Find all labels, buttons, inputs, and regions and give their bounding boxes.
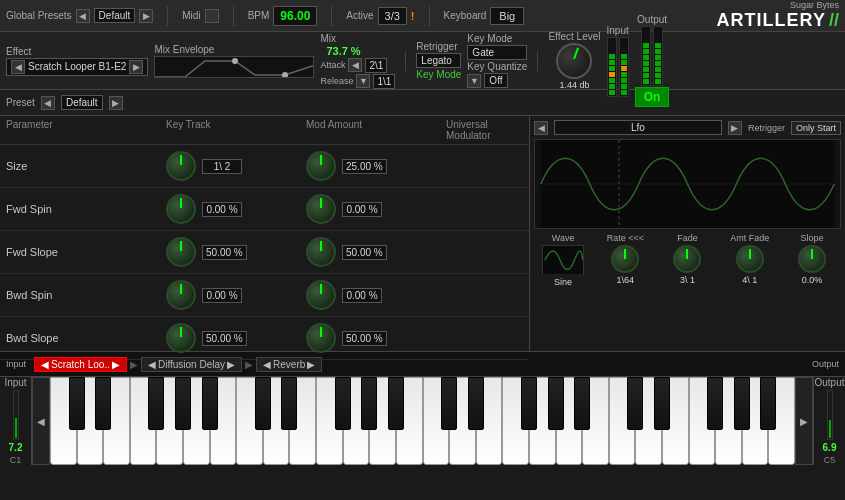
univ-mod-col-header: Universal Modulator — [446, 119, 523, 141]
kb-output-fader[interactable] — [827, 390, 833, 440]
effect-next-btn[interactable]: ▶ — [129, 60, 143, 74]
black-key[interactable] — [521, 377, 537, 430]
effect-prev-btn[interactable]: ◀ — [11, 60, 25, 74]
preset-prev-button[interactable]: ◀ — [76, 9, 90, 23]
effect-slot-arrow-left[interactable]: ◀ — [148, 359, 156, 370]
effect-label: Effect — [6, 46, 148, 57]
mod-amount-knob-0[interactable] — [306, 151, 336, 181]
fader-fill-right — [829, 420, 831, 438]
vu-bar — [643, 67, 649, 72]
effect-slot-arrow-right[interactable]: ▶ — [307, 359, 315, 370]
amt-fade-ctrl: Amt Fade 4\ 1 — [721, 233, 779, 287]
input-group: Input — [606, 25, 628, 97]
top-bar: Global Presets ◀ Default ▶ Midi BPM 96.0… — [0, 0, 845, 32]
svg-rect-5 — [543, 246, 583, 275]
vu-bar — [643, 61, 649, 66]
black-key[interactable] — [548, 377, 564, 430]
mix-envelope-canvas[interactable] — [154, 56, 314, 78]
preset-prev-btn[interactable]: ◀ — [41, 96, 55, 110]
black-key[interactable] — [255, 377, 271, 430]
black-key[interactable] — [707, 377, 723, 430]
black-key[interactable] — [468, 377, 484, 430]
retrigger-value[interactable]: Legato — [416, 53, 461, 68]
key-mode-value[interactable]: Gate — [467, 45, 527, 60]
keyboard-section: Keyboard Big — [444, 7, 525, 25]
bpm-value[interactable]: 96.00 — [273, 6, 317, 26]
kb-input-fader[interactable] — [13, 390, 19, 440]
black-key[interactable] — [388, 377, 404, 430]
black-key[interactable] — [654, 377, 670, 430]
effect-slot-2[interactable]: ◀ Reverb ▶ — [256, 357, 322, 372]
effect-level-knob[interactable] — [556, 43, 592, 79]
black-key[interactable] — [760, 377, 776, 430]
key-track-knob-0[interactable] — [166, 151, 196, 181]
only-start-button[interactable]: Only Start — [791, 121, 841, 135]
rate-knob[interactable] — [611, 245, 639, 273]
effect-slot-arrow-right[interactable]: ▶ — [112, 359, 120, 370]
global-presets-section: Global Presets ◀ Default ▶ — [6, 8, 153, 23]
retrigger-sub-label: Key Mode — [416, 69, 461, 80]
active-value: 3/3 — [378, 7, 407, 25]
midi-section: Midi — [182, 9, 218, 23]
black-key[interactable] — [441, 377, 457, 430]
kb-scroll-left-btn[interactable]: ◀ — [32, 377, 50, 465]
slope-knob[interactable] — [798, 245, 826, 273]
key-track-knob-3[interactable] — [166, 280, 196, 310]
mod-amount-val-1: 0.00 % — [342, 202, 382, 217]
mod-amount-knob-3[interactable] — [306, 280, 336, 310]
wave-display[interactable] — [542, 245, 584, 275]
kb-left-val: 7.2 — [9, 442, 23, 453]
vu-bar — [655, 61, 661, 66]
black-key[interactable] — [281, 377, 297, 430]
param-col-header: Parameter — [6, 119, 166, 141]
kb-right-note: C5 — [824, 455, 836, 465]
key-quantize-prev-btn[interactable]: ▼ — [467, 74, 481, 88]
black-key[interactable] — [361, 377, 377, 430]
mix-group: Mix 73.7 % Attack ◀ 2\1 Release ▼ 1\1 — [320, 33, 395, 89]
sep2 — [233, 6, 234, 26]
fade-knob[interactable] — [673, 245, 701, 273]
black-key[interactable] — [627, 377, 643, 430]
black-key[interactable] — [574, 377, 590, 430]
key-track-val-0: 1\ 2 — [202, 159, 242, 174]
vu-bar — [609, 78, 615, 83]
key-track-knob-1[interactable] — [166, 194, 196, 224]
amt-fade-knob[interactable] — [736, 245, 764, 273]
effect-slot-0[interactable]: ◀ Scratch Loo.. ▶ — [34, 357, 127, 372]
key-track-cell-3: 0.00 % — [166, 280, 306, 310]
effect-slot-arrow-right[interactable]: ▶ — [227, 359, 235, 370]
lfo-prev-btn[interactable]: ◀ — [534, 121, 548, 135]
kb-scroll-right-btn[interactable]: ▶ — [795, 377, 813, 465]
key-mode-group: Key Mode Gate Key Quantize ▼ Off — [467, 33, 527, 88]
attack-prev-btn[interactable]: ◀ — [348, 58, 362, 72]
effect-slot-1[interactable]: ◀ Diffusion Delay ▶ — [141, 357, 242, 372]
black-key[interactable] — [175, 377, 191, 430]
black-key[interactable] — [69, 377, 85, 430]
global-preset-name: Default — [99, 10, 131, 21]
mod-amount-knob-2[interactable] — [306, 237, 336, 267]
effect-slot-arrow-left[interactable]: ◀ — [263, 359, 271, 370]
black-key[interactable] — [95, 377, 111, 430]
black-key[interactable] — [335, 377, 351, 430]
mod-amount-val-4: 50.00 % — [342, 331, 387, 346]
artillery-text: ARTILLERY — [717, 10, 826, 30]
release-prev-btn[interactable]: ▼ — [356, 74, 370, 88]
key-track-knob-4[interactable] — [166, 323, 196, 353]
effect-name: Scratch Looper B1-E2 — [28, 61, 126, 72]
preset-next-button[interactable]: ▶ — [139, 9, 153, 23]
black-key[interactable] — [734, 377, 750, 430]
effect-slot-arrow-left[interactable]: ◀ — [41, 359, 49, 370]
mod-amount-knob-4[interactable] — [306, 323, 336, 353]
vu-bar — [655, 49, 661, 54]
on-button[interactable]: On — [635, 87, 670, 107]
effect-name-box[interactable]: ◀ Scratch Looper B1-E2 ▶ — [6, 58, 148, 76]
preset-next-btn[interactable]: ▶ — [109, 96, 123, 110]
mod-amount-knob-1[interactable] — [306, 194, 336, 224]
key-track-knob-2[interactable] — [166, 237, 196, 267]
keyboard-value[interactable]: Big — [490, 7, 524, 25]
black-key[interactable] — [148, 377, 164, 430]
lfo-next-btn[interactable]: ▶ — [728, 121, 742, 135]
bpm-section: BPM 96.00 — [248, 6, 318, 26]
vu-bar — [643, 73, 649, 78]
black-key[interactable] — [202, 377, 218, 430]
